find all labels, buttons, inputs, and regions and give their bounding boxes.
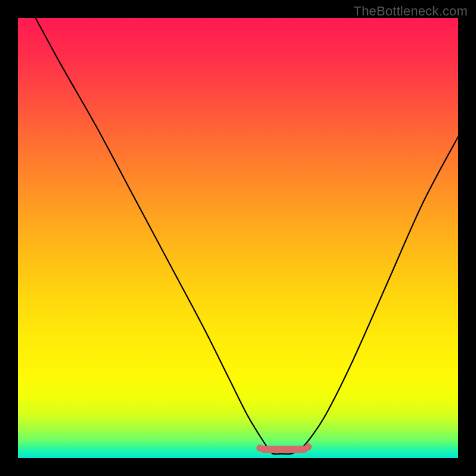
plot-area: [18, 18, 458, 458]
curve-path: [36, 18, 458, 454]
chart-frame: TheBottleneck.com: [0, 0, 476, 476]
optimal-band-marker: [260, 446, 308, 453]
bottleneck-curve: [18, 18, 458, 458]
watermark-text: TheBottleneck.com: [353, 4, 468, 19]
